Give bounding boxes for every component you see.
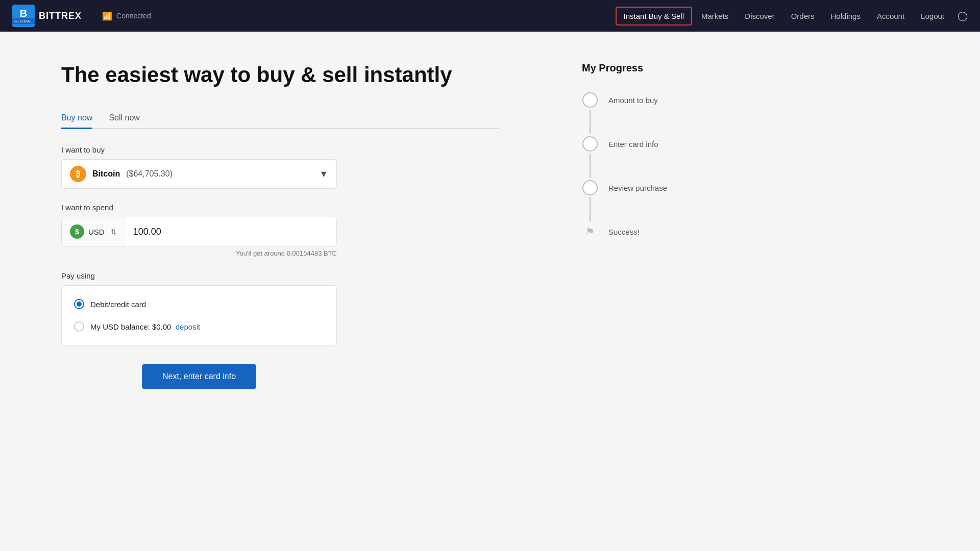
nav-links: Instant Buy & Sell Markets Discover Orde…: [616, 7, 968, 26]
want-to-buy-label: I want to buy: [61, 145, 337, 154]
dropdown-arrow-icon: ▼: [319, 169, 328, 180]
step-success: ⚑ Success!: [582, 224, 704, 239]
bitcoin-icon: ₿: [70, 166, 86, 182]
brand-name: BITTREX: [39, 11, 82, 21]
nav-instant-buy-sell[interactable]: Instant Buy & Sell: [616, 7, 692, 26]
currency-label: USD: [88, 228, 105, 236]
currency-switch-icon: ⇅: [111, 228, 116, 236]
step-amount-to-buy: Amount to buy: [582, 92, 704, 136]
progress-sidebar: My Progress Amount to buy Enter card inf…: [561, 32, 725, 551]
crypto-name: Bitcoin: [92, 169, 120, 179]
spend-field-wrap: $ USD ⇅: [61, 217, 337, 246]
step-line-3: [590, 197, 591, 222]
wifi-icon: 📶: [102, 11, 112, 21]
usd-balance-label: My USD balance: $0.00 deposit: [90, 322, 200, 331]
nav-logout[interactable]: Logout: [914, 8, 951, 24]
main-layout: The easiest way to buy & sell instantly …: [0, 32, 980, 551]
user-icon[interactable]: ◯: [958, 10, 968, 21]
step-circle-2: [582, 136, 598, 152]
tab-sell-now[interactable]: Sell now: [109, 108, 139, 129]
debit-credit-label: Debit/credit card: [90, 300, 146, 309]
crypto-price: ($64,705.30): [126, 169, 173, 179]
radio-circle-debit: [74, 299, 84, 309]
step-circle-1: [582, 92, 598, 108]
step-indicator-col-4: ⚑: [582, 224, 598, 239]
step-indicator-col-3: [582, 180, 598, 224]
step-circle-3: [582, 180, 598, 195]
pay-using-label: Pay using: [61, 271, 337, 280]
radio-circle-usd: [74, 321, 84, 332]
tab-buy-now[interactable]: Buy now: [61, 108, 92, 129]
progress-title: My Progress: [582, 62, 704, 74]
step-line-2: [590, 154, 591, 178]
progress-steps: Amount to buy Enter card info Review pur…: [582, 92, 704, 239]
nav-discover[interactable]: Discover: [738, 8, 781, 24]
pay-using-box: Debit/credit card My USD balance: $0.00 …: [61, 285, 337, 345]
spend-input-row: $ USD ⇅: [61, 217, 337, 246]
deposit-link[interactable]: deposit: [176, 322, 200, 331]
tabs: Buy now Sell now: [61, 108, 500, 129]
radio-usd-balance[interactable]: My USD balance: $0.00 deposit: [74, 318, 324, 335]
radio-debit-credit[interactable]: Debit/credit card: [74, 296, 324, 312]
step-indicator-col-1: [582, 92, 598, 136]
btc-estimate: You'll get around 0.00154483 BTC: [61, 249, 337, 257]
next-button[interactable]: Next, enter card info: [142, 364, 256, 389]
step-enter-card-info: Enter card info: [582, 136, 704, 180]
logo-area[interactable]: B GLOBAL BITTREX: [12, 5, 82, 27]
navbar: B GLOBAL BITTREX 📶 Connected Instant Buy…: [0, 0, 980, 32]
nav-holdings[interactable]: Holdings: [824, 8, 868, 24]
crypto-left: ₿ Bitcoin ($64,705.30): [70, 166, 173, 182]
step-label-2: Enter card info: [608, 136, 658, 149]
nav-orders[interactable]: Orders: [784, 8, 822, 24]
crypto-selector[interactable]: ₿ Bitcoin ($64,705.30) ▼: [61, 159, 337, 189]
logo-letter: B: [20, 8, 27, 18]
page-title: The easiest way to buy & sell instantly: [61, 62, 500, 88]
currency-badge[interactable]: $ USD ⇅: [62, 217, 125, 246]
step-label-1: Amount to buy: [608, 92, 658, 106]
amount-input[interactable]: [125, 219, 336, 244]
connected-label: Connected: [116, 12, 151, 20]
step-label-4: Success!: [608, 224, 640, 237]
step-line-1: [590, 110, 591, 134]
nav-account[interactable]: Account: [870, 8, 912, 24]
want-to-spend-label: I want to spend: [61, 203, 337, 212]
buy-form: I want to buy ₿ Bitcoin ($64,705.30) ▼ I…: [61, 145, 337, 389]
step-indicator-col-2: [582, 136, 598, 180]
step-label-3: Review purchase: [608, 180, 667, 193]
step-review-purchase: Review purchase: [582, 180, 704, 224]
flag-icon: ⚑: [582, 224, 598, 239]
content-area: The easiest way to buy & sell instantly …: [0, 32, 561, 551]
nav-markets[interactable]: Markets: [694, 8, 736, 24]
connection-status: 📶 Connected: [102, 11, 151, 21]
radio-inner-debit: [77, 302, 82, 307]
logo-box: B GLOBAL: [12, 5, 35, 27]
logo-global: GLOBAL: [12, 18, 35, 24]
usd-icon: $: [70, 224, 84, 239]
